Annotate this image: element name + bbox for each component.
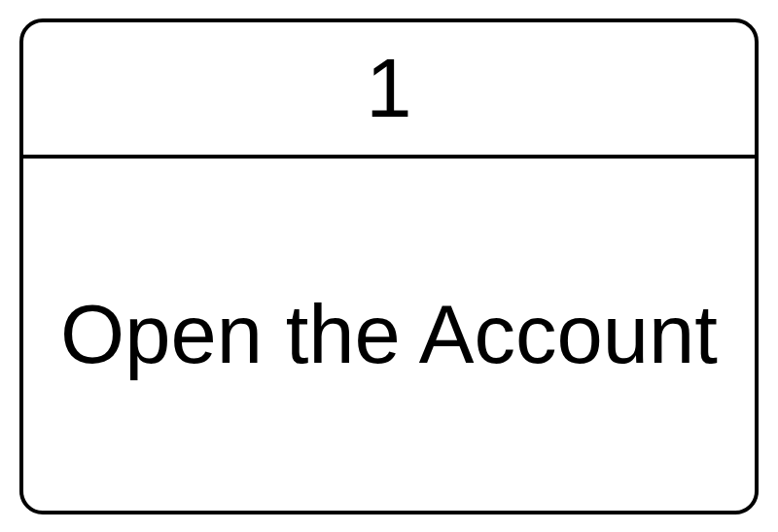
- step-title: Open the Account: [60, 289, 718, 380]
- step-card: 1 Open the Account: [19, 18, 759, 514]
- step-number: 1: [366, 47, 411, 129]
- step-card-body: Open the Account: [23, 159, 755, 511]
- step-card-header: 1: [23, 22, 755, 159]
